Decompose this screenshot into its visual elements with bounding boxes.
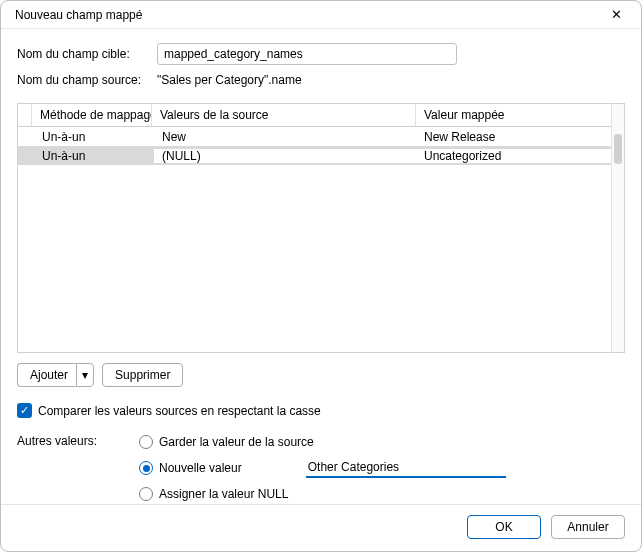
dialog-footer: OK Annuler (1, 504, 641, 551)
cell-source: New (154, 130, 416, 144)
cell-source: (NULL) (154, 149, 416, 163)
radio-icon (139, 435, 153, 449)
source-field-value: "Sales per Category".name (157, 73, 302, 87)
radio-icon (139, 487, 153, 501)
radio-keep-source[interactable]: Garder la valeur de la source (139, 432, 506, 452)
header-source[interactable]: Valeurs de la source (152, 104, 416, 126)
check-icon: ✓ (20, 405, 29, 416)
dialog-window: Nouveau champ mappé ✕ Nom du champ cible… (0, 0, 642, 552)
ok-button[interactable]: OK (467, 515, 541, 539)
source-field-label: Nom du champ source: (17, 73, 157, 87)
table-row[interactable]: Un-à-un (NULL) Uncategorized (18, 146, 611, 165)
mapping-table: Méthode de mappage Valeurs de la source … (17, 103, 625, 353)
cell-mapped: New Release (416, 130, 611, 144)
delete-button[interactable]: Supprimer (102, 363, 183, 387)
other-values-group: Autres valeurs: Garder la valeur de la s… (17, 432, 625, 504)
mapping-table-main: Méthode de mappage Valeurs de la source … (17, 103, 611, 353)
other-values-radios: Garder la valeur de la source Nouvelle v… (139, 432, 506, 504)
add-split-button: Ajouter ▾ (17, 363, 94, 387)
table-header: Méthode de mappage Valeurs de la source … (18, 104, 611, 127)
target-field-input[interactable] (157, 43, 457, 65)
title-bar: Nouveau champ mappé ✕ (1, 1, 641, 29)
case-sensitive-checkbox[interactable]: ✓ (17, 403, 32, 418)
table-body: Un-à-un New New Release Un-à-un (NULL) U… (18, 127, 611, 352)
source-field-row: Nom du champ source: "Sales per Category… (17, 73, 625, 87)
radio-assign-null[interactable]: Assigner la valeur NULL (139, 484, 506, 504)
header-mapped[interactable]: Valeur mappée (416, 104, 611, 126)
add-dropdown-button[interactable]: ▾ (76, 363, 94, 387)
radio-new-value[interactable]: Nouvelle valeur (139, 458, 506, 478)
add-button[interactable]: Ajouter (17, 363, 76, 387)
close-icon: ✕ (611, 8, 622, 21)
window-title: Nouveau champ mappé (15, 8, 142, 22)
radio-keep-source-label: Garder la valeur de la source (159, 435, 314, 449)
case-sensitive-row[interactable]: ✓ Comparer les valeurs sources en respec… (17, 403, 625, 418)
new-value-input[interactable] (306, 458, 506, 478)
cell-method: Un-à-un (34, 130, 154, 144)
header-method[interactable]: Méthode de mappage (32, 104, 152, 126)
target-field-row: Nom du champ cible: (17, 43, 625, 65)
close-button[interactable]: ✕ (599, 3, 633, 27)
cell-mapped: Uncategorized (416, 149, 611, 163)
table-button-row: Ajouter ▾ Supprimer (17, 363, 625, 387)
radio-new-value-label: Nouvelle valeur (159, 461, 242, 475)
dialog-content: Nom du champ cible: Nom du champ source:… (1, 29, 641, 504)
header-handle (18, 104, 32, 126)
vertical-scrollbar[interactable] (611, 103, 625, 353)
radio-assign-null-label: Assigner la valeur NULL (159, 487, 288, 501)
other-values-label: Autres valeurs: (17, 432, 139, 504)
chevron-down-icon: ▾ (82, 368, 88, 382)
cell-method: Un-à-un (34, 149, 154, 163)
radio-icon (139, 461, 153, 475)
cancel-button[interactable]: Annuler (551, 515, 625, 539)
table-row[interactable]: Un-à-un New New Release (18, 127, 611, 146)
case-sensitive-label: Comparer les valeurs sources en respecta… (38, 404, 321, 418)
target-field-label: Nom du champ cible: (17, 47, 157, 61)
